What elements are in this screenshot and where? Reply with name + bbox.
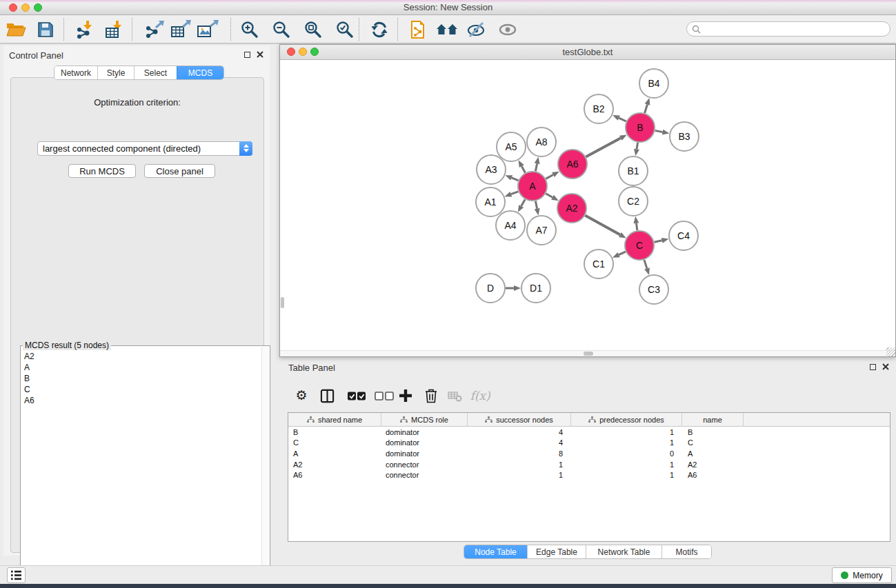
tab-network[interactable]: Network [54, 66, 97, 79]
import-network-button[interactable] [74, 19, 97, 41]
graph-node-D1[interactable]: D1 [521, 274, 550, 303]
graph-node-A5[interactable]: A5 [497, 132, 526, 161]
minimize-window-icon[interactable] [21, 3, 30, 12]
graph-edge-A-A8[interactable] [535, 163, 537, 171]
graph-node-C3[interactable]: C3 [639, 275, 668, 304]
maximize-window-icon[interactable] [34, 3, 42, 12]
table-row[interactable]: A6connector11A6 [288, 469, 890, 480]
graph-edge-A-A1[interactable] [511, 192, 519, 194]
graph-node-A2[interactable]: A2 [557, 194, 586, 223]
graph-node-A8[interactable]: A8 [527, 128, 556, 156]
tab-select[interactable]: Select [134, 66, 177, 79]
table-cell[interactable]: A2 [288, 460, 381, 469]
graph-edge-A-A7[interactable] [535, 201, 537, 209]
table-cell[interactable]: dominator [381, 428, 468, 436]
network-canvas[interactable]: B4B2BB3A8A5A6A3B1AA1C2A2A4A7C4CC1C3DD1 [280, 60, 895, 356]
table-cell[interactable]: 1 [571, 471, 682, 479]
zoom-fit-button[interactable] [301, 19, 325, 41]
destroy-table-button[interactable] [446, 386, 464, 405]
graph-edge-A-A4[interactable] [521, 199, 526, 206]
graph-node-B[interactable]: B [626, 113, 655, 142]
delete-row-button[interactable] [423, 386, 439, 405]
run-mcds-button[interactable]: Run MCDS [68, 164, 136, 178]
new-network-from-selection-button[interactable] [406, 19, 429, 41]
open-session-button[interactable] [4, 19, 28, 41]
close-panel-button[interactable]: Close panel [144, 164, 215, 178]
table-cell[interactable]: connector [381, 471, 468, 479]
network-close-icon[interactable] [287, 48, 295, 56]
graph-edge-C-C2[interactable] [637, 223, 637, 231]
network-maximize-icon[interactable] [310, 48, 319, 56]
table-cell[interactable]: connector [381, 460, 468, 469]
hide-selected-button[interactable] [464, 19, 488, 41]
graph-node-B2[interactable]: B2 [584, 94, 613, 123]
table-cell[interactable]: A [682, 449, 744, 458]
float-table-panel-icon[interactable] [870, 364, 876, 370]
search-input[interactable] [704, 23, 876, 35]
close-table-panel-icon[interactable] [882, 363, 889, 370]
show-all-button[interactable] [496, 19, 519, 41]
tab-node-table[interactable]: Node Table [464, 545, 527, 558]
graph-node-C4[interactable]: C4 [669, 221, 698, 250]
table-cell[interactable]: 8 [468, 449, 571, 458]
search-box[interactable] [686, 21, 890, 37]
graph-edge-A2-C[interactable] [585, 216, 620, 235]
close-panel-icon[interactable] [257, 51, 263, 58]
add-row-button[interactable] [397, 386, 415, 405]
graph-edge-A6-B[interactable] [586, 138, 621, 156]
select-all-button[interactable] [346, 386, 367, 405]
table-row[interactable]: A2connector11A2 [288, 459, 890, 470]
vertical-scrollbar-thumb[interactable] [281, 297, 284, 308]
criterion-dropdown[interactable]: largest connected component (directed) [37, 141, 252, 156]
table-cell[interactable]: 4 [468, 428, 571, 436]
table-row[interactable]: Cdominator41C [288, 438, 890, 449]
table-cell[interactable]: dominator [381, 438, 468, 447]
tab-network-table[interactable]: Network Table [586, 545, 661, 558]
memory-button[interactable]: Memory [832, 567, 892, 583]
network-minimize-icon[interactable] [299, 48, 307, 56]
table-cell[interactable]: 1 [571, 438, 682, 447]
table-cell[interactable]: A6 [288, 471, 381, 479]
graph-edge-B-B4[interactable] [645, 105, 648, 114]
refresh-button[interactable] [368, 19, 391, 41]
graph-edge-C-C4[interactable] [655, 241, 662, 243]
import-table-button[interactable] [103, 19, 126, 41]
column-header-shared-name[interactable]: shared name [288, 413, 381, 427]
graph-edge-B-B2[interactable] [619, 118, 626, 121]
table-cell[interactable]: 0 [571, 449, 682, 458]
table-cell[interactable]: dominator [381, 449, 468, 458]
table-cell[interactable]: 1 [468, 460, 571, 469]
graph-edge-C-C1[interactable] [619, 252, 626, 255]
tab-motifs[interactable]: Motifs [661, 545, 711, 558]
table-cell[interactable]: 1 [571, 428, 682, 436]
graph-node-A[interactable]: A [518, 172, 547, 201]
resize-grip-icon[interactable] [886, 347, 895, 356]
graph-node-B4[interactable]: B4 [639, 69, 668, 98]
table-row[interactable]: Adominator80A [288, 448, 890, 459]
graph-node-C2[interactable]: C2 [619, 187, 648, 216]
column-header-name[interactable]: name [682, 413, 744, 427]
table-settings-button[interactable]: ⚙ [293, 386, 310, 405]
graph-node-B1[interactable]: B1 [619, 156, 648, 185]
table-cell[interactable]: A2 [682, 460, 744, 469]
table-cell[interactable]: A [288, 449, 381, 458]
graph-node-A7[interactable]: A7 [527, 216, 556, 245]
tab-mcds[interactable]: MCDS [177, 66, 223, 79]
export-table-button[interactable] [169, 19, 192, 41]
graph-node-A4[interactable]: A4 [496, 211, 525, 240]
tab-edge-table[interactable]: Edge Table [527, 545, 586, 558]
graph-edge-A-A5[interactable] [521, 166, 525, 173]
table-cell[interactable]: 1 [468, 471, 571, 479]
mcds-result-item[interactable]: C [22, 384, 260, 395]
zoom-selected-button[interactable] [333, 19, 357, 41]
table-row[interactable]: Bdominator41B [288, 427, 890, 438]
save-session-button[interactable] [34, 19, 57, 41]
table-cell[interactable]: C [288, 438, 381, 447]
graph-node-D[interactable]: D [476, 274, 505, 303]
table-cell[interactable]: A6 [682, 471, 744, 479]
export-image-button[interactable] [196, 19, 219, 41]
graph-edge-C-C3[interactable] [644, 260, 647, 269]
graph-edge-A-A6[interactable] [546, 175, 553, 179]
horizontal-scrollbar[interactable] [280, 350, 895, 356]
column-header-successor-nodes[interactable]: successor nodes [468, 413, 571, 427]
